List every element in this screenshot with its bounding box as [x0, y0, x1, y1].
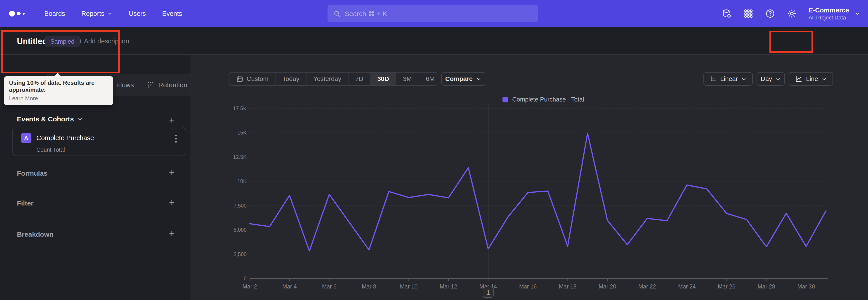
- svg-text:5,000: 5,000: [234, 227, 247, 233]
- add-breakdown-button[interactable]: +: [167, 229, 177, 239]
- svg-text:Mar 10: Mar 10: [400, 283, 417, 290]
- nav-menu: Boards Reports Users Events: [44, 10, 182, 18]
- help-icon[interactable]: [765, 8, 775, 19]
- interval-label: Day: [761, 75, 772, 83]
- range-label: Custom: [247, 75, 268, 83]
- nav-item-events[interactable]: Events: [162, 10, 182, 18]
- chevron-down-icon: [741, 77, 746, 81]
- events-cohorts-heading[interactable]: Events & Cohorts: [17, 115, 83, 123]
- svg-text:Mar 28: Mar 28: [757, 283, 775, 290]
- chevron-down-icon: [107, 11, 112, 16]
- event-letter-badge: A: [21, 133, 31, 143]
- svg-text:15K: 15K: [237, 130, 247, 136]
- svg-text:Mar 18: Mar 18: [559, 283, 577, 290]
- range-7d[interactable]: 7D: [348, 72, 371, 85]
- date-range-control: Custom Today Yesterday 7D 30D 3M 6M 12M: [229, 72, 437, 86]
- project-selector[interactable]: E-Commerce All Project Data: [809, 6, 860, 21]
- range-custom[interactable]: Custom: [229, 72, 276, 85]
- range-label: 30D: [377, 75, 389, 83]
- svg-text:17.5K: 17.5K: [233, 106, 247, 112]
- report-header: Untitled Sampled + Add description... Sa…: [0, 27, 868, 55]
- tab-label: Flows: [116, 81, 134, 89]
- svg-text:7,500: 7,500: [234, 203, 247, 209]
- svg-text:12.5K: 12.5K: [233, 154, 247, 160]
- svg-text:Mar 2: Mar 2: [243, 283, 257, 290]
- apps-grid-icon[interactable]: [743, 8, 753, 19]
- nav-item-label: Events: [162, 10, 182, 18]
- chart-type-label: Line: [806, 75, 818, 83]
- sampled-badge[interactable]: Sampled: [45, 36, 80, 47]
- event-card[interactable]: A Complete Purchase Count Total: [12, 127, 185, 156]
- svg-text:Mar 8: Mar 8: [362, 283, 376, 290]
- chevron-down-icon: [476, 77, 481, 81]
- tab-label: Retention: [158, 81, 187, 89]
- tooltip-message: Using 10% of data. Results are approxima…: [9, 79, 108, 93]
- sampling-tooltip: Using 10% of data. Results are approxima…: [4, 76, 113, 106]
- settings-gear-icon[interactable]: [787, 8, 797, 19]
- report-title[interactable]: Untitled: [17, 37, 47, 46]
- search-placeholder: Search ⌘ + K: [345, 10, 387, 18]
- formulas-row-label: Formulas: [17, 170, 48, 177]
- data-management-icon[interactable]: [722, 8, 732, 19]
- add-filter-button[interactable]: +: [167, 198, 177, 208]
- svg-text:Mar 26: Mar 26: [718, 283, 736, 290]
- nav-item-users[interactable]: Users: [129, 10, 146, 18]
- line-chart: 02,5005,0007,50010K12.5K15K17.5KMar 2Mar…: [226, 97, 845, 300]
- chevron-down-icon: [776, 77, 780, 81]
- svg-text:Mar 22: Mar 22: [638, 283, 656, 290]
- calendar-icon: [236, 75, 243, 83]
- body: Insights Funnels Flows: [0, 55, 868, 300]
- top-nav: Boards Reports Users Events Search ⌘ + K: [0, 0, 868, 27]
- series-line: [250, 133, 826, 251]
- range-label: 7D: [355, 75, 364, 83]
- compare-label: Compare: [445, 75, 473, 83]
- event-menu-button[interactable]: [175, 135, 177, 143]
- compare-dropdown[interactable]: Compare: [441, 72, 485, 86]
- svg-text:0: 0: [244, 276, 247, 281]
- section-label: Events & Cohorts: [17, 115, 74, 123]
- add-event-button[interactable]: +: [167, 115, 177, 125]
- chart-type-dropdown[interactable]: Line: [789, 72, 833, 86]
- range-3m[interactable]: 3M: [396, 72, 419, 85]
- tab-retention[interactable]: Retention: [143, 74, 191, 96]
- chart-panel: Custom Today Yesterday 7D 30D 3M 6M 12M …: [191, 55, 868, 300]
- svg-text:Mar 30: Mar 30: [797, 283, 815, 290]
- linear-scale-icon: [710, 75, 717, 83]
- add-description-button[interactable]: + Add description...: [79, 37, 134, 45]
- svg-text:Mar 24: Mar 24: [678, 283, 696, 290]
- event-name: Complete Purchase: [36, 134, 94, 142]
- breakdown-row-label: Breakdown: [17, 231, 54, 238]
- search-icon: [333, 10, 341, 18]
- nav-item-label: Reports: [81, 10, 104, 18]
- svg-text:Mar 16: Mar 16: [519, 283, 537, 290]
- range-label: Yesterday: [313, 75, 341, 83]
- event-metric[interactable]: Count Total: [36, 147, 65, 153]
- svg-text:10K: 10K: [237, 178, 247, 184]
- svg-text:2,500: 2,500: [234, 251, 247, 257]
- scale-dropdown[interactable]: Linear: [704, 72, 753, 86]
- project-name: E-Commerce: [809, 6, 849, 14]
- line-chart-icon: [795, 75, 802, 83]
- range-label: 3M: [403, 75, 412, 83]
- chevron-down-icon: [78, 117, 83, 122]
- svg-text:1: 1: [487, 289, 490, 296]
- svg-text:Mar 4: Mar 4: [282, 283, 297, 290]
- range-today[interactable]: Today: [276, 72, 307, 85]
- interval-dropdown[interactable]: Day: [756, 72, 785, 86]
- add-formula-button[interactable]: +: [167, 168, 177, 178]
- mixpanel-logo-icon[interactable]: [9, 11, 25, 17]
- nav-item-label: Boards: [44, 10, 65, 18]
- range-yesterday[interactable]: Yesterday: [307, 72, 348, 85]
- nav-item-boards[interactable]: Boards: [44, 10, 65, 18]
- range-30d[interactable]: 30D: [370, 72, 396, 85]
- chevron-down-icon: [855, 11, 860, 16]
- nav-item-reports[interactable]: Reports: [81, 10, 113, 18]
- range-label: 6M: [426, 75, 435, 83]
- chart-annotation-badge[interactable]: 1: [483, 287, 493, 298]
- search-input[interactable]: Search ⌘ + K: [328, 5, 538, 22]
- svg-text:Mar 20: Mar 20: [598, 283, 616, 290]
- range-6m[interactable]: 6M: [419, 72, 437, 85]
- chevron-down-icon: [822, 77, 827, 81]
- learn-more-link[interactable]: Learn More: [9, 95, 38, 102]
- retention-icon: [147, 81, 155, 89]
